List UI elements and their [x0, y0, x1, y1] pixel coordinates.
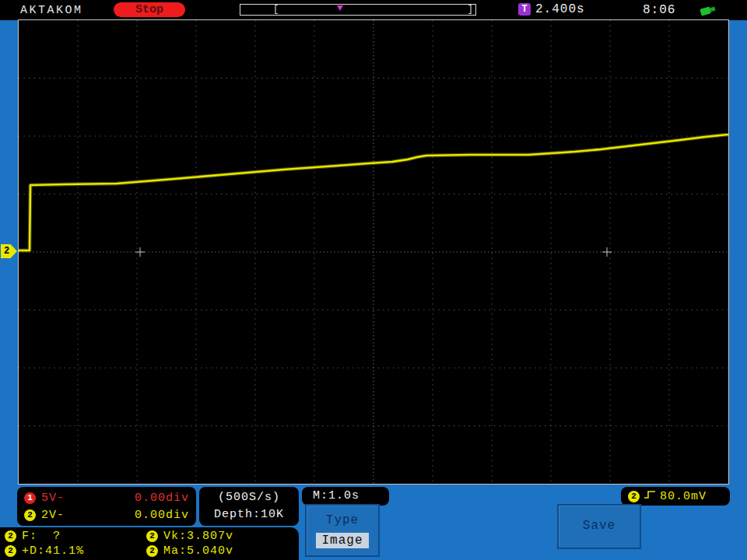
channel-readout-panel: 1 5V- 0.00div 2 2V- 0.00div	[17, 487, 196, 526]
ch2-position-marker[interactable]: 2	[1, 244, 17, 258]
meas-badge: 2	[146, 545, 158, 557]
scope-graticule	[19, 20, 728, 484]
meas-text: Ma:5.040v	[163, 544, 233, 558]
trigger-position-marker-icon[interactable]	[337, 5, 343, 11]
window-left-bracket: [	[273, 4, 279, 15]
meas-badge: 2	[146, 530, 158, 542]
meas-badge: 2	[5, 530, 16, 542]
timebase-value: M:1.0s	[313, 489, 359, 502]
ch2-scale: 2V-	[41, 509, 65, 522]
save-button-label: Save	[583, 519, 615, 533]
type-selected-value[interactable]: Image	[316, 533, 368, 548]
measurement-frequency: 2 F: ?	[5, 529, 146, 544]
clock: 8:06	[643, 3, 675, 17]
rising-edge-icon	[644, 489, 656, 504]
ch1-badge: 1	[24, 492, 36, 504]
sample-rate: (500S/s)	[199, 489, 299, 506]
usb-icon	[699, 2, 719, 18]
ch1-scale: 5V-	[41, 492, 65, 505]
acquisition-panel: (500S/s) Depth:10K	[199, 487, 299, 526]
trigger-time-readout: T 2.400s	[518, 2, 585, 16]
ch1-position: 0.00div	[135, 492, 189, 505]
measurement-ma: 2 Ma:5.040v	[146, 544, 294, 558]
meas-badge: 2	[5, 545, 16, 557]
meas-text: Vk:3.807v	[163, 530, 233, 543]
oscilloscope-screen: AKTAKOM Stop [ ] T 2.400s 8:06	[0, 0, 747, 560]
measurements-panel: 2 F: ? 2 Vk:3.807v 2 +D:41.1% 2 Ma:5.040…	[0, 527, 299, 560]
ch1-readout: 1 5V- 0.00div	[24, 489, 189, 506]
ch2-marker-label: 2	[4, 246, 9, 257]
measurement-vk: 2 Vk:3.807v	[146, 529, 294, 544]
measurement-duty: 2 +D:41.1%	[5, 544, 146, 558]
type-button-label: Type	[307, 513, 378, 527]
memory-depth: Depth:10K	[199, 506, 299, 523]
meas-text: +D:41.1%	[22, 544, 84, 558]
top-status-bar: AKTAKOM Stop [ ] T 2.400s 8:06	[0, 0, 747, 20]
timebase-panel: M:1.0s	[302, 487, 389, 506]
trigger-level-panel: 2 80.0mV	[621, 487, 730, 506]
trigger-level-value: 80.0mV	[660, 490, 707, 503]
meas-text: F: ?	[22, 530, 61, 543]
graticule-gridlines	[19, 20, 728, 484]
run-stop-button[interactable]: Stop	[114, 2, 185, 17]
trigger-icon: T	[518, 3, 531, 16]
save-button[interactable]: Save	[557, 504, 641, 549]
ch2-readout: 2 2V- 0.00div	[24, 506, 189, 523]
waveform-display	[18, 19, 729, 485]
type-button[interactable]: Type Image	[305, 504, 380, 557]
horizontal-position-bar[interactable]: [ ]	[240, 4, 476, 16]
trigger-source-badge: 2	[628, 491, 640, 502]
ch2-position: 0.00div	[135, 509, 189, 522]
trigger-time-value: 2.400s	[535, 2, 585, 16]
window-right-bracket: ]	[468, 4, 473, 15]
brand-label: AKTAKOM	[20, 4, 83, 17]
ch2-badge: 2	[24, 509, 36, 521]
